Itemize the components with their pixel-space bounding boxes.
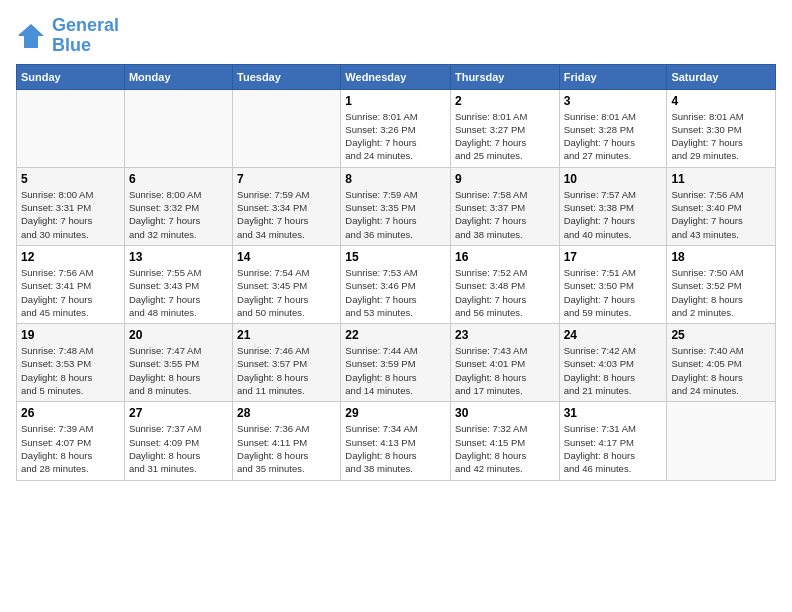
calendar-cell: 14Sunrise: 7:54 AM Sunset: 3:45 PM Dayli…	[233, 245, 341, 323]
calendar-cell: 24Sunrise: 7:42 AM Sunset: 4:03 PM Dayli…	[559, 324, 667, 402]
day-info: Sunrise: 7:40 AM Sunset: 4:05 PM Dayligh…	[671, 344, 771, 397]
day-info: Sunrise: 7:42 AM Sunset: 4:03 PM Dayligh…	[564, 344, 663, 397]
calendar-cell: 17Sunrise: 7:51 AM Sunset: 3:50 PM Dayli…	[559, 245, 667, 323]
day-info: Sunrise: 7:31 AM Sunset: 4:17 PM Dayligh…	[564, 422, 663, 475]
day-info: Sunrise: 7:51 AM Sunset: 3:50 PM Dayligh…	[564, 266, 663, 319]
day-info: Sunrise: 8:01 AM Sunset: 3:26 PM Dayligh…	[345, 110, 446, 163]
day-info: Sunrise: 8:01 AM Sunset: 3:27 PM Dayligh…	[455, 110, 555, 163]
day-number: 6	[129, 172, 228, 186]
day-number: 16	[455, 250, 555, 264]
header-saturday: Saturday	[667, 64, 776, 89]
day-info: Sunrise: 7:54 AM Sunset: 3:45 PM Dayligh…	[237, 266, 336, 319]
day-info: Sunrise: 7:46 AM Sunset: 3:57 PM Dayligh…	[237, 344, 336, 397]
calendar-cell: 5Sunrise: 8:00 AM Sunset: 3:31 PM Daylig…	[17, 167, 125, 245]
calendar-week-1: 1Sunrise: 8:01 AM Sunset: 3:26 PM Daylig…	[17, 89, 776, 167]
day-number: 18	[671, 250, 771, 264]
calendar-cell: 22Sunrise: 7:44 AM Sunset: 3:59 PM Dayli…	[341, 324, 451, 402]
calendar-cell: 28Sunrise: 7:36 AM Sunset: 4:11 PM Dayli…	[233, 402, 341, 480]
day-number: 4	[671, 94, 771, 108]
day-info: Sunrise: 7:50 AM Sunset: 3:52 PM Dayligh…	[671, 266, 771, 319]
day-info: Sunrise: 8:01 AM Sunset: 3:28 PM Dayligh…	[564, 110, 663, 163]
calendar-cell: 27Sunrise: 7:37 AM Sunset: 4:09 PM Dayli…	[124, 402, 232, 480]
calendar-cell: 12Sunrise: 7:56 AM Sunset: 3:41 PM Dayli…	[17, 245, 125, 323]
header-friday: Friday	[559, 64, 667, 89]
logo-icon	[16, 22, 46, 50]
header-wednesday: Wednesday	[341, 64, 451, 89]
day-number: 10	[564, 172, 663, 186]
calendar-cell: 29Sunrise: 7:34 AM Sunset: 4:13 PM Dayli…	[341, 402, 451, 480]
day-info: Sunrise: 7:48 AM Sunset: 3:53 PM Dayligh…	[21, 344, 120, 397]
calendar-week-4: 19Sunrise: 7:48 AM Sunset: 3:53 PM Dayli…	[17, 324, 776, 402]
page-header: General Blue	[16, 16, 776, 56]
day-info: Sunrise: 8:00 AM Sunset: 3:31 PM Dayligh…	[21, 188, 120, 241]
calendar-cell: 23Sunrise: 7:43 AM Sunset: 4:01 PM Dayli…	[450, 324, 559, 402]
calendar-cell	[667, 402, 776, 480]
calendar-cell: 19Sunrise: 7:48 AM Sunset: 3:53 PM Dayli…	[17, 324, 125, 402]
calendar-header-row: SundayMondayTuesdayWednesdayThursdayFrid…	[17, 64, 776, 89]
calendar-cell: 1Sunrise: 8:01 AM Sunset: 3:26 PM Daylig…	[341, 89, 451, 167]
day-number: 9	[455, 172, 555, 186]
day-number: 23	[455, 328, 555, 342]
calendar-cell: 30Sunrise: 7:32 AM Sunset: 4:15 PM Dayli…	[450, 402, 559, 480]
calendar-week-5: 26Sunrise: 7:39 AM Sunset: 4:07 PM Dayli…	[17, 402, 776, 480]
day-number: 5	[21, 172, 120, 186]
day-number: 15	[345, 250, 446, 264]
calendar-cell: 18Sunrise: 7:50 AM Sunset: 3:52 PM Dayli…	[667, 245, 776, 323]
calendar-cell: 21Sunrise: 7:46 AM Sunset: 3:57 PM Dayli…	[233, 324, 341, 402]
calendar-cell: 15Sunrise: 7:53 AM Sunset: 3:46 PM Dayli…	[341, 245, 451, 323]
day-number: 14	[237, 250, 336, 264]
day-info: Sunrise: 8:00 AM Sunset: 3:32 PM Dayligh…	[129, 188, 228, 241]
day-info: Sunrise: 7:55 AM Sunset: 3:43 PM Dayligh…	[129, 266, 228, 319]
calendar-cell: 8Sunrise: 7:59 AM Sunset: 3:35 PM Daylig…	[341, 167, 451, 245]
day-info: Sunrise: 7:52 AM Sunset: 3:48 PM Dayligh…	[455, 266, 555, 319]
calendar-cell: 31Sunrise: 7:31 AM Sunset: 4:17 PM Dayli…	[559, 402, 667, 480]
calendar-cell: 6Sunrise: 8:00 AM Sunset: 3:32 PM Daylig…	[124, 167, 232, 245]
calendar-week-2: 5Sunrise: 8:00 AM Sunset: 3:31 PM Daylig…	[17, 167, 776, 245]
calendar-cell: 16Sunrise: 7:52 AM Sunset: 3:48 PM Dayli…	[450, 245, 559, 323]
day-info: Sunrise: 7:56 AM Sunset: 3:40 PM Dayligh…	[671, 188, 771, 241]
day-number: 29	[345, 406, 446, 420]
day-info: Sunrise: 7:57 AM Sunset: 3:38 PM Dayligh…	[564, 188, 663, 241]
header-monday: Monday	[124, 64, 232, 89]
calendar-cell: 9Sunrise: 7:58 AM Sunset: 3:37 PM Daylig…	[450, 167, 559, 245]
calendar-cell: 3Sunrise: 8:01 AM Sunset: 3:28 PM Daylig…	[559, 89, 667, 167]
calendar-cell: 10Sunrise: 7:57 AM Sunset: 3:38 PM Dayli…	[559, 167, 667, 245]
calendar-cell	[124, 89, 232, 167]
day-info: Sunrise: 7:34 AM Sunset: 4:13 PM Dayligh…	[345, 422, 446, 475]
day-number: 12	[21, 250, 120, 264]
day-info: Sunrise: 8:01 AM Sunset: 3:30 PM Dayligh…	[671, 110, 771, 163]
day-info: Sunrise: 7:47 AM Sunset: 3:55 PM Dayligh…	[129, 344, 228, 397]
day-number: 30	[455, 406, 555, 420]
calendar-cell: 7Sunrise: 7:59 AM Sunset: 3:34 PM Daylig…	[233, 167, 341, 245]
header-sunday: Sunday	[17, 64, 125, 89]
day-number: 22	[345, 328, 446, 342]
day-info: Sunrise: 7:56 AM Sunset: 3:41 PM Dayligh…	[21, 266, 120, 319]
day-number: 2	[455, 94, 555, 108]
day-number: 24	[564, 328, 663, 342]
day-info: Sunrise: 7:39 AM Sunset: 4:07 PM Dayligh…	[21, 422, 120, 475]
day-info: Sunrise: 7:53 AM Sunset: 3:46 PM Dayligh…	[345, 266, 446, 319]
day-info: Sunrise: 7:43 AM Sunset: 4:01 PM Dayligh…	[455, 344, 555, 397]
calendar-week-3: 12Sunrise: 7:56 AM Sunset: 3:41 PM Dayli…	[17, 245, 776, 323]
day-number: 7	[237, 172, 336, 186]
day-info: Sunrise: 7:59 AM Sunset: 3:34 PM Dayligh…	[237, 188, 336, 241]
day-info: Sunrise: 7:32 AM Sunset: 4:15 PM Dayligh…	[455, 422, 555, 475]
day-info: Sunrise: 7:58 AM Sunset: 3:37 PM Dayligh…	[455, 188, 555, 241]
calendar-cell	[17, 89, 125, 167]
calendar-cell: 25Sunrise: 7:40 AM Sunset: 4:05 PM Dayli…	[667, 324, 776, 402]
calendar-cell: 4Sunrise: 8:01 AM Sunset: 3:30 PM Daylig…	[667, 89, 776, 167]
day-info: Sunrise: 7:44 AM Sunset: 3:59 PM Dayligh…	[345, 344, 446, 397]
day-number: 3	[564, 94, 663, 108]
day-number: 31	[564, 406, 663, 420]
calendar-cell: 20Sunrise: 7:47 AM Sunset: 3:55 PM Dayli…	[124, 324, 232, 402]
header-tuesday: Tuesday	[233, 64, 341, 89]
header-thursday: Thursday	[450, 64, 559, 89]
day-info: Sunrise: 7:59 AM Sunset: 3:35 PM Dayligh…	[345, 188, 446, 241]
calendar-cell: 26Sunrise: 7:39 AM Sunset: 4:07 PM Dayli…	[17, 402, 125, 480]
day-info: Sunrise: 7:36 AM Sunset: 4:11 PM Dayligh…	[237, 422, 336, 475]
day-number: 25	[671, 328, 771, 342]
day-number: 26	[21, 406, 120, 420]
day-number: 8	[345, 172, 446, 186]
day-number: 13	[129, 250, 228, 264]
calendar-cell: 2Sunrise: 8:01 AM Sunset: 3:27 PM Daylig…	[450, 89, 559, 167]
